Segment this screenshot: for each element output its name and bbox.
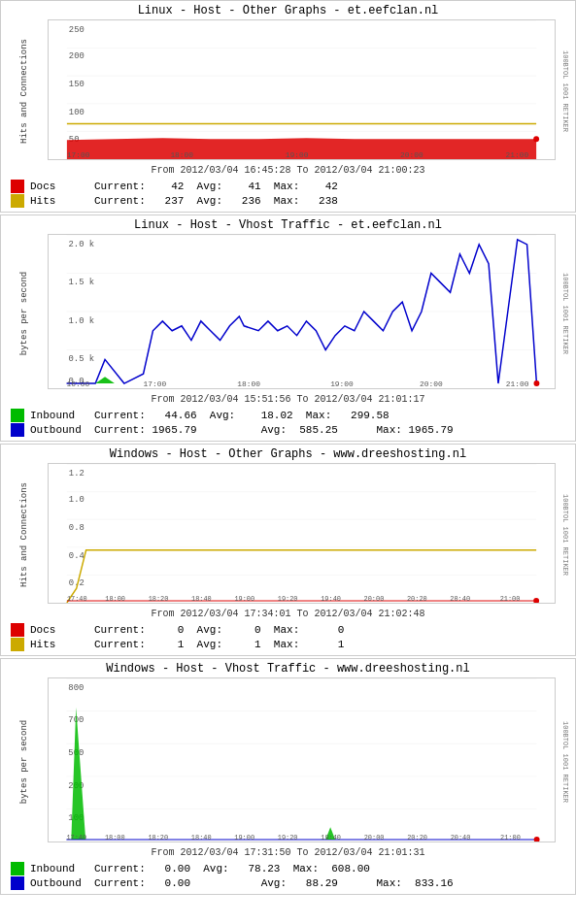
legend-label-outbound-4: Outbound	[30, 877, 88, 889]
legend-current-inbound-2: Current: 44.66 Avg: 18.02 Max: 299.58	[94, 410, 390, 421]
legend-label-hits-1: Hits	[30, 195, 88, 207]
svg-point-55	[533, 598, 539, 604]
svg-text:21:00: 21:00	[500, 595, 521, 603]
legend-color-inbound-4	[11, 862, 24, 875]
timestamp-4: From 2012/03/04 17:31:50 To 2012/03/04 2…	[1, 845, 575, 860]
y-axis-label-1: Hits and Connections	[19, 39, 29, 144]
legend-label-docs-3: Docs	[30, 624, 88, 636]
y-axis-label-3: Hits and Connections	[19, 482, 29, 587]
svg-text:18:00: 18:00	[170, 150, 193, 159]
legend-3: Docs Current: 0 Avg: 0 Max: 0 Hits Curre…	[1, 621, 575, 655]
legend-current-docs-3: Current: 0 Avg: 0 Max: 0	[94, 624, 344, 636]
legend-color-outbound-2	[11, 423, 24, 437]
legend-color-hits-3	[11, 638, 24, 651]
svg-text:19:00: 19:00	[234, 595, 254, 603]
svg-text:17:00: 17:00	[67, 150, 90, 159]
legend-row-docs-3: Docs Current: 0 Avg: 0 Max: 0	[11, 623, 565, 637]
right-label-3: 100BTOL 1001 RETIKER	[561, 494, 569, 576]
chart-svg-2: 2.0 k 1.5 k 1.0 k 0.5 k 0.0 16:00 17:00 …	[48, 234, 556, 389]
svg-text:0.5 k: 0.5 k	[69, 354, 95, 364]
svg-text:0.4: 0.4	[69, 551, 85, 561]
svg-text:1.2: 1.2	[69, 469, 85, 478]
svg-text:18:20: 18:20	[148, 834, 168, 842]
svg-text:20:00: 20:00	[400, 150, 424, 159]
svg-text:20:00: 20:00	[364, 595, 385, 603]
svg-text:19:40: 19:40	[321, 595, 341, 603]
y-axis-label-2: bytes per second	[19, 271, 29, 354]
svg-text:150: 150	[69, 80, 85, 89]
timestamp-3: From 2012/03/04 17:34:01 To 2012/03/04 2…	[1, 607, 575, 621]
svg-text:16:00: 16:00	[67, 380, 90, 388]
svg-text:1.0 k: 1.0 k	[69, 316, 95, 326]
svg-text:18:00: 18:00	[237, 380, 260, 388]
legend-label-inbound-4: Inbound	[30, 863, 88, 874]
svg-text:20:40: 20:40	[450, 595, 470, 603]
svg-text:20:40: 20:40	[451, 834, 471, 842]
legend-label-outbound-2: Outbound	[30, 424, 88, 436]
svg-marker-66	[66, 708, 536, 840]
legend-color-outbound-4	[11, 876, 24, 890]
legend-current-outbound-4: Current: 0.00 Avg: 88.29 Max: 833.16	[94, 877, 454, 889]
svg-text:19:00: 19:00	[234, 834, 254, 842]
chart-title-3: Windows - Host - Other Graphs - www.dree…	[1, 445, 575, 463]
legend-color-inbound-2	[11, 409, 24, 422]
svg-text:1.5 k: 1.5 k	[69, 278, 95, 287]
chart-svg-3: 1.2 1.0 0.8 0.4 0.2 17:40 18:00 18:20 18…	[48, 463, 556, 604]
svg-text:20:20: 20:20	[407, 834, 427, 842]
legend-row-inbound-4: Inbound Current: 0.00 Avg: 78.23 Max: 60…	[11, 862, 565, 875]
legend-row-inbound-2: Inbound Current: 44.66 Avg: 18.02 Max: 2…	[11, 409, 565, 422]
chart-svg-4: 800 700 500 200 100 17:40 18:00 18:20 18…	[48, 677, 556, 842]
svg-text:17:40: 17:40	[66, 834, 86, 842]
legend-label-hits-3: Hits	[30, 639, 88, 650]
svg-text:200: 200	[69, 51, 85, 61]
legend-color-docs-3	[11, 623, 24, 637]
legend-row-outbound-2: Outbound Current: 1965.79 Avg: 585.25 Ma…	[11, 423, 565, 437]
svg-text:20:00: 20:00	[364, 834, 385, 842]
legend-1: Docs Current: 42 Avg: 41 Max: 42 Hits Cu…	[1, 178, 575, 212]
svg-text:18:20: 18:20	[149, 595, 169, 603]
svg-text:18:40: 18:40	[191, 595, 212, 603]
chart-title-4: Windows - Host - Vhost Traffic - www.dre…	[1, 659, 575, 677]
svg-text:19:40: 19:40	[321, 834, 341, 842]
legend-label-inbound-2: Inbound	[30, 410, 88, 421]
legend-4: Inbound Current: 0.00 Avg: 78.23 Max: 60…	[1, 860, 575, 894]
legend-color-docs-1	[11, 180, 24, 193]
svg-text:21:00: 21:00	[500, 834, 521, 842]
legend-current-hits-3: Current: 1 Avg: 1 Max: 1	[94, 639, 344, 650]
y-axis-label-4: bytes per second	[19, 719, 29, 803]
svg-text:17:00: 17:00	[144, 380, 167, 388]
svg-text:21:00: 21:00	[506, 150, 529, 159]
legend-2: Inbound Current: 44.66 Avg: 18.02 Max: 2…	[1, 407, 575, 441]
svg-text:20:00: 20:00	[420, 380, 443, 388]
legend-color-hits-1	[11, 194, 24, 208]
legend-row-hits-1: Hits Current: 237 Avg: 236 Max: 238	[11, 194, 565, 208]
chart-linux-host-vhost: Linux - Host - Vhost Traffic - et.eefcla…	[0, 214, 576, 442]
chart-title-2: Linux - Host - Vhost Traffic - et.eefcla…	[1, 215, 575, 234]
svg-text:18:00: 18:00	[105, 834, 125, 842]
legend-current-hits-1: Current: 237 Avg: 236 Max: 238	[94, 195, 338, 207]
svg-text:18:00: 18:00	[105, 595, 125, 603]
legend-label-docs-1: Docs	[30, 181, 88, 192]
svg-text:100: 100	[69, 108, 85, 117]
svg-text:19:20: 19:20	[278, 834, 298, 842]
svg-text:20:20: 20:20	[407, 595, 427, 603]
svg-point-79	[534, 837, 540, 842]
svg-text:19:00: 19:00	[330, 380, 354, 388]
svg-text:250: 250	[69, 25, 85, 35]
svg-text:21:00: 21:00	[506, 380, 529, 388]
chart-windows-host-other: Windows - Host - Other Graphs - www.dree…	[0, 444, 576, 656]
right-label-2: 100BTOL 1001 RETIKER	[561, 272, 569, 353]
svg-text:19:00: 19:00	[286, 150, 309, 159]
svg-text:2.0 k: 2.0 k	[69, 240, 95, 249]
svg-text:17:40: 17:40	[67, 595, 87, 603]
chart-linux-host-other: Linux - Host - Other Graphs - et.eefclan…	[0, 0, 576, 213]
svg-text:800: 800	[68, 683, 84, 693]
legend-row-docs-1: Docs Current: 42 Avg: 41 Max: 42	[11, 180, 565, 193]
svg-text:19:20: 19:20	[278, 595, 298, 603]
chart-title-1: Linux - Host - Other Graphs - et.eefclan…	[1, 1, 575, 19]
legend-current-inbound-4: Current: 0.00 Avg: 78.23 Max: 608.00	[94, 863, 370, 874]
legend-current-outbound-2: Current: 1965.79 Avg: 585.25 Max: 1965.7…	[94, 424, 454, 436]
legend-row-hits-3: Hits Current: 1 Avg: 1 Max: 1	[11, 638, 565, 651]
timestamp-2: From 2012/03/04 15:51:56 To 2012/03/04 2…	[1, 392, 575, 407]
svg-text:0.8: 0.8	[69, 523, 85, 533]
